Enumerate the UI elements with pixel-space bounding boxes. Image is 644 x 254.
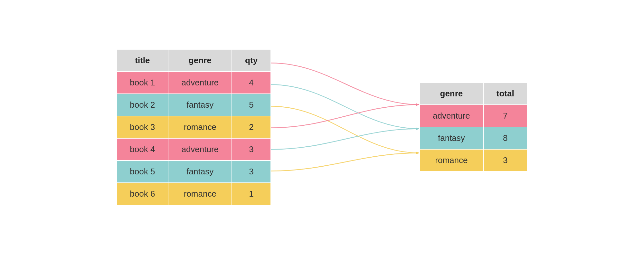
source-qty-0: 4 [232, 72, 271, 94]
arrow-romance-5 [271, 153, 419, 171]
source-qty-1: 5 [232, 94, 271, 116]
source-qty-4: 3 [232, 161, 271, 183]
source-header-title: title [117, 49, 168, 72]
source-title-2: book 3 [117, 116, 168, 138]
source-genre-1: fantasy [168, 94, 232, 116]
arrowhead-adventure-3 [416, 103, 419, 106]
arrows-svg [271, 30, 419, 224]
source-row-0: book 1 adventure 4 [117, 72, 271, 94]
arrowhead-fantasy-4 [416, 128, 419, 130]
arrowhead-romance-5 [416, 152, 419, 154]
source-qty-5: 1 [232, 183, 271, 205]
source-genre-3: adventure [168, 138, 232, 161]
source-qty-3: 3 [232, 138, 271, 161]
result-row-0: adventure 7 [420, 105, 527, 127]
source-title-4: book 5 [117, 161, 168, 183]
result-total-0: 7 [483, 105, 527, 127]
result-row-1: fantasy 8 [420, 127, 527, 149]
result-table: genre total adventure 7 fantasy 8 romanc… [419, 82, 528, 172]
result-genre-0: adventure [420, 105, 483, 127]
source-title-3: book 4 [117, 138, 168, 161]
arrow-area [271, 30, 419, 224]
source-genre-0: adventure [168, 72, 232, 94]
result-total-2: 3 [483, 149, 527, 171]
source-title-5: book 6 [117, 183, 168, 205]
source-table-wrapper: title genre qty book 1 adventure 4 book … [116, 49, 271, 205]
arrow-fantasy-4 [271, 129, 419, 150]
source-row-5: book 6 romance 1 [117, 183, 271, 205]
source-genre-2: romance [168, 116, 232, 138]
source-row-4: book 5 fantasy 3 [117, 161, 271, 183]
source-genre-4: fantasy [168, 161, 232, 183]
source-genre-5: romance [168, 183, 232, 205]
result-genre-2: romance [420, 149, 483, 171]
source-header-qty: qty [232, 49, 271, 72]
source-row-3: book 4 adventure 3 [117, 138, 271, 161]
source-header-genre: genre [168, 49, 232, 72]
main-container: title genre qty book 1 adventure 4 book … [116, 30, 527, 224]
source-row-1: book 2 fantasy 5 [117, 94, 271, 116]
source-title-0: book 1 [117, 72, 168, 94]
result-table-wrapper: genre total adventure 7 fantasy 8 romanc… [419, 82, 528, 172]
source-row-2: book 3 romance 2 [117, 116, 271, 138]
source-qty-2: 2 [232, 116, 271, 138]
source-title-1: book 2 [117, 94, 168, 116]
result-row-2: romance 3 [420, 149, 527, 171]
result-header-genre: genre [420, 83, 483, 105]
result-total-1: 8 [483, 127, 527, 149]
result-header-total: total [483, 83, 527, 105]
result-genre-1: fantasy [420, 127, 483, 149]
arrow-fantasy-1 [271, 85, 419, 129]
source-table: title genre qty book 1 adventure 4 book … [116, 49, 271, 205]
arrow-adventure-0 [271, 63, 419, 105]
arrow-adventure-3 [271, 105, 419, 128]
